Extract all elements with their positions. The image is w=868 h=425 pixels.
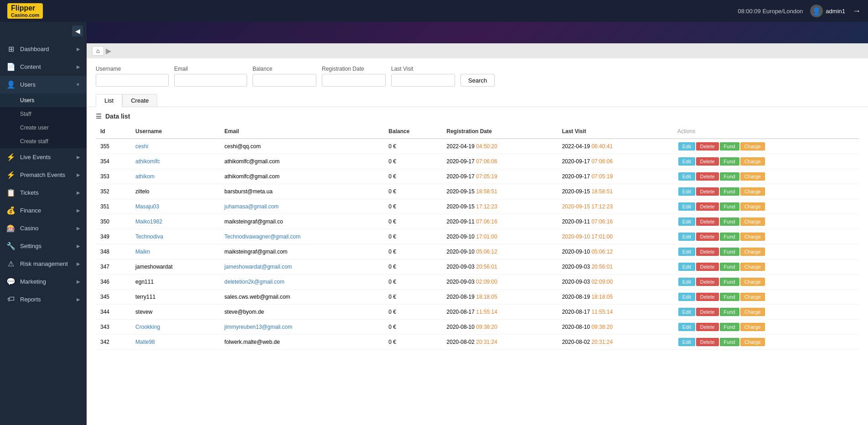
edit-button[interactable]: Edit [678,233,695,241]
tab-create[interactable]: Create [122,94,157,107]
edit-button[interactable]: Edit [678,323,695,331]
username-input[interactable] [96,74,169,87]
edit-button[interactable]: Edit [678,218,695,226]
cell-id: 342 [96,335,131,350]
sidebar-item-create-user[interactable]: Create user [0,121,87,135]
delete-button[interactable]: Delete [696,202,719,211]
delete-button[interactable]: Delete [696,308,719,316]
chevron-right-icon: ▶ [77,226,80,231]
charge-button[interactable]: Charge [740,218,765,226]
fund-button[interactable]: Fund [720,233,739,241]
sidebar-item-content[interactable]: 📄 Content ▶ [0,58,87,76]
edit-button[interactable]: Edit [678,157,695,166]
charge-button[interactable]: Charge [740,338,765,346]
edit-button[interactable]: Edit [678,263,695,271]
charge-button[interactable]: Charge [740,323,765,331]
fund-button[interactable]: Fund [720,218,739,226]
charge-button[interactable]: Charge [740,233,765,241]
sidebar-item-staff[interactable]: Staff [0,107,87,121]
fund-button[interactable]: Fund [720,142,739,150]
charge-button[interactable]: Charge [740,187,765,196]
charge-button[interactable]: Charge [740,308,765,316]
sidebar-item-prematch-events[interactable]: ⚡ Prematch Events ▶ [0,166,87,184]
delete-button[interactable]: Delete [696,248,719,256]
delete-button[interactable]: Delete [696,218,719,226]
breadcrumb-home[interactable]: ⌂ [92,46,104,56]
delete-button[interactable]: Delete [696,323,719,331]
cell-balance: 0 € [384,184,442,199]
sidebar-item-finance[interactable]: 💰 Finance ▶ [0,202,87,219]
sidebar-item-reports[interactable]: 🏷 Reports ▶ [0,290,87,308]
reg-date-input[interactable] [322,74,386,87]
tab-list[interactable]: List [96,94,122,107]
charge-button[interactable]: Charge [740,263,765,271]
charge-button[interactable]: Charge [740,157,765,166]
edit-button[interactable]: Edit [678,202,695,211]
sidebar-item-dashboard[interactable]: ⊞ Dashboard ▶ [0,40,87,58]
delete-button[interactable]: Delete [696,187,719,196]
fund-button[interactable]: Fund [720,293,739,301]
last-visit-input[interactable] [391,74,455,87]
chevron-right-icon: ▶ [77,190,80,195]
delete-button[interactable]: Delete [696,338,719,346]
sidebar-item-users-list[interactable]: Users [0,93,87,107]
sidebar-item-tickets[interactable]: 📋 Tickets ▶ [0,184,87,202]
edit-button[interactable]: Edit [678,278,695,286]
edit-button[interactable]: Edit [678,293,695,301]
delete-button[interactable]: Delete [696,142,719,150]
charge-button[interactable]: Charge [740,172,765,181]
cell-id: 351 [96,199,131,214]
fund-button[interactable]: Fund [720,308,739,316]
logout-icon[interactable]: → [852,6,861,16]
cell-id: 350 [96,214,131,229]
delete-button[interactable]: Delete [696,157,719,166]
sidebar-toggle-button[interactable]: ◀ [72,26,83,36]
balance-input[interactable] [253,74,316,87]
cell-last-visit: 2020-08-10 09:38:20 [558,320,673,335]
sidebar-item-marketing[interactable]: 💬 Marketing ▶ [0,273,87,290]
fund-button[interactable]: Fund [720,172,739,181]
charge-button[interactable]: Charge [740,278,765,286]
edit-button[interactable]: Edit [678,142,695,150]
edit-button[interactable]: Edit [678,338,695,346]
sidebar-item-users[interactable]: 👤 Users ▼ [0,76,87,93]
charge-button[interactable]: Charge [740,202,765,211]
sidebar-item-live-events[interactable]: ⚡ Live Events ▶ [0,148,87,166]
fund-button[interactable]: Fund [720,248,739,256]
fund-button[interactable]: Fund [720,323,739,331]
delete-button[interactable]: Delete [696,233,719,241]
cell-balance: 0 € [384,259,442,275]
cell-actions: EditDeleteFundCharge [673,214,859,229]
edit-button[interactable]: Edit [678,187,695,196]
fund-button[interactable]: Fund [720,338,739,346]
fund-button[interactable]: Fund [720,157,739,166]
edit-button[interactable]: Edit [678,172,695,181]
fund-button[interactable]: Fund [720,187,739,196]
search-button[interactable]: Search [460,74,495,87]
cell-actions: EditDeleteFundCharge [673,199,859,214]
delete-button[interactable]: Delete [696,293,719,301]
sidebar-item-risk[interactable]: ⚠ Risk management ▶ [0,255,87,273]
cell-last-visit: 2020-09-15 17:12:23 [558,199,673,214]
sidebar-item-settings[interactable]: 🔧 Settings ▶ [0,237,87,255]
charge-button[interactable]: Charge [740,248,765,256]
charge-button[interactable]: Charge [740,142,765,150]
settings-icon: 🔧 [6,242,16,250]
delete-button[interactable]: Delete [696,278,719,286]
fund-button[interactable]: Fund [720,263,739,271]
edit-button[interactable]: Edit [678,308,695,316]
sidebar-item-create-staff[interactable]: Create staff [0,135,87,148]
cell-balance: 0 € [384,320,442,335]
fund-button[interactable]: Fund [720,278,739,286]
cell-reg-date: 2020-09-10 17:01:00 [442,229,558,244]
cell-reg-date: 2020-09-10 05:06:12 [442,244,558,259]
cell-reg-date: 2020-09-03 02:09:00 [442,275,558,290]
delete-button[interactable]: Delete [696,263,719,271]
sidebar-item-casino[interactable]: 🎰 Casino ▶ [0,219,87,237]
email-input[interactable] [174,74,247,87]
fund-button[interactable]: Fund [720,202,739,211]
edit-button[interactable]: Edit [678,248,695,256]
cell-actions: EditDeleteFundCharge [673,305,859,320]
charge-button[interactable]: Charge [740,293,765,301]
delete-button[interactable]: Delete [696,172,719,181]
